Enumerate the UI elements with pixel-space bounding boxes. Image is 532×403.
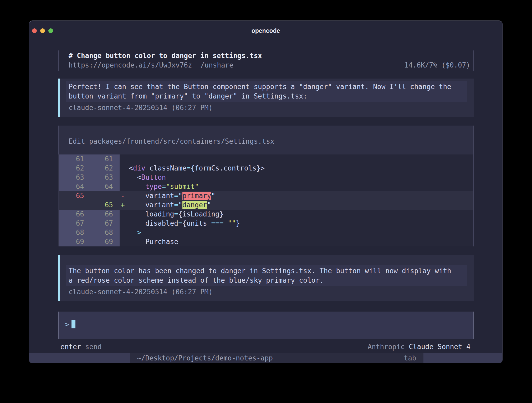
hint-key: enter xyxy=(60,343,81,351)
diff-code-line xyxy=(120,154,473,164)
message-text: Perfect! I can see that the Button compo… xyxy=(66,81,467,102)
diff-row: 65- variant="primary" xyxy=(59,191,473,200)
diff-code-line: <Button xyxy=(120,173,473,182)
message-meta: claude-sonnet-4-20250514 (06:27 PM) xyxy=(69,103,467,112)
mode-switch-key-hint: tab xyxy=(404,353,416,363)
working-directory: ~/Desktop/Projects/demo-notes-app xyxy=(137,353,404,363)
diff-table: 6161 6262 <div className={formCs.control… xyxy=(58,154,474,246)
session-header: # Change button color to danger in setti… xyxy=(58,50,474,71)
diff-row: 65+ variant="danger" xyxy=(59,200,473,210)
line-number-gutter: 6363 xyxy=(59,173,120,182)
diff-row: 6969 Purchase xyxy=(59,237,473,246)
line-number-gutter: 6262 xyxy=(59,164,120,173)
provider-name: Anthropic xyxy=(368,343,405,351)
assistant-message: Perfect! I can see that the Button compo… xyxy=(58,79,474,117)
line-number-gutter: 6767 xyxy=(59,219,120,228)
diff-row: 6464 type="submit" xyxy=(59,182,473,191)
model-indicator: Anthropic Claude Sonnet 4 xyxy=(368,342,470,352)
share-info: https://opencode.ai/s/UwJxv76z /unshare xyxy=(69,60,233,70)
diff-row: 6767 disabled={units === ""} xyxy=(59,219,473,228)
app-version-badge: opencode v0.3.11 xyxy=(29,353,130,363)
line-number-gutter: 6464 xyxy=(59,182,120,191)
diff-row: 6868 > xyxy=(59,228,473,237)
unshare-command: /unshare xyxy=(201,60,233,70)
mode-badge[interactable]: BUILD MODE xyxy=(423,353,502,363)
diff-code-line: loading={isLoading} xyxy=(120,210,473,219)
message-text: The button color has been changed to dan… xyxy=(66,265,467,286)
diff-row: 6262 <div className={formCs.controls}> xyxy=(59,164,473,173)
opencode-window: opencode # Change button color to danger… xyxy=(29,20,503,363)
session-title: # Change button color to danger in setti… xyxy=(69,51,470,60)
message-meta: claude-sonnet-4-20250514 (06:27 PM) xyxy=(69,287,467,297)
diff-code-line: type="submit" xyxy=(120,182,473,191)
context-stats: 14.6K/7% ($0.07) xyxy=(405,60,470,70)
diff-row: 6161 xyxy=(59,154,473,164)
send-hint: enter send xyxy=(60,342,102,352)
line-number-gutter: 65 xyxy=(59,200,120,210)
line-number-gutter: 65 xyxy=(59,191,120,200)
line-number-gutter: 6868 xyxy=(59,228,120,237)
line-number-gutter: 6666 xyxy=(59,210,120,219)
diff-code-line: + variant="danger" xyxy=(120,200,473,210)
share-url: https://opencode.ai/s/UwJxv76z xyxy=(69,60,192,70)
hints-row: enter send Anthropic Claude Sonnet 4 xyxy=(58,342,474,352)
model-name: Claude Sonnet 4 xyxy=(409,343,470,351)
diff-row: 6363 <Button xyxy=(59,173,473,182)
diff-code-line: <div className={formCs.controls}> xyxy=(120,164,473,173)
diff-code-line: > xyxy=(120,228,473,237)
diff-code-line: Purchase xyxy=(120,237,473,246)
diff-code-line: disabled={units === ""} xyxy=(120,219,473,228)
title-bar: opencode xyxy=(29,21,502,50)
edit-tool-call: Edit packages/frontend/src/containers/Se… xyxy=(58,126,474,246)
diff-row: 6666 loading={isLoading} xyxy=(59,210,473,219)
session-subline: https://opencode.ai/s/UwJxv76z /unshare … xyxy=(69,60,470,70)
status-bar: opencode v0.3.11 ~/Desktop/Projects/demo… xyxy=(29,353,502,363)
main-content: # Change button color to danger in setti… xyxy=(58,50,474,352)
line-number-gutter: 6969 xyxy=(59,237,120,246)
line-number-gutter: 6161 xyxy=(59,154,120,164)
edit-tool-header: Edit packages/frontend/src/containers/Se… xyxy=(58,126,474,154)
prompt-input[interactable]: > xyxy=(58,312,474,339)
prompt-chevron: > xyxy=(65,321,69,328)
window-title: opencode xyxy=(29,27,502,34)
hint-action: send xyxy=(85,343,102,351)
assistant-message: The button color has been changed to dan… xyxy=(58,255,474,301)
text-cursor xyxy=(71,320,75,328)
diff-code-line: - variant="primary" xyxy=(120,191,473,200)
